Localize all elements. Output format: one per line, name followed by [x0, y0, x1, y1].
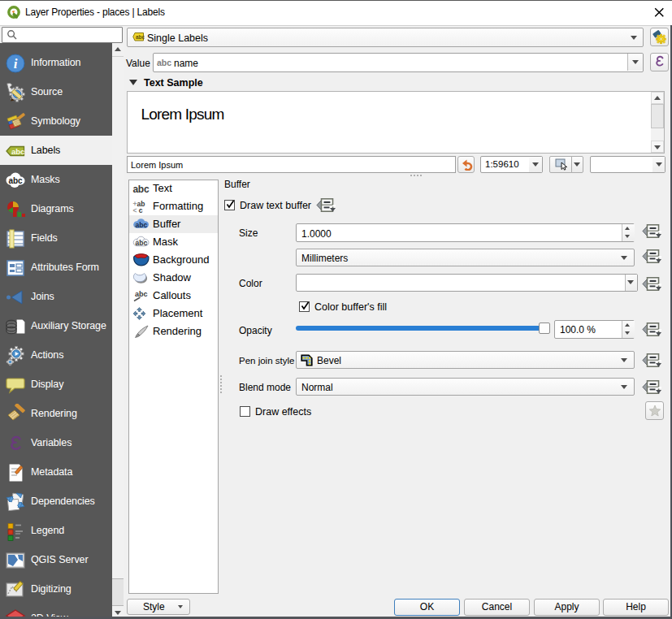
svg-text:abc: abc — [135, 290, 148, 298]
svg-text:abc: abc — [135, 239, 147, 247]
svg-text:i: i — [14, 56, 18, 71]
svg-text:abc: abc — [136, 34, 145, 40]
svg-text:abc: abc — [135, 221, 147, 229]
svg-text:abc: abc — [11, 147, 24, 156]
svg-text:abc: abc — [133, 184, 150, 195]
svg-text:< c: < c — [133, 206, 143, 214]
svg-text:abc: abc — [9, 176, 23, 185]
